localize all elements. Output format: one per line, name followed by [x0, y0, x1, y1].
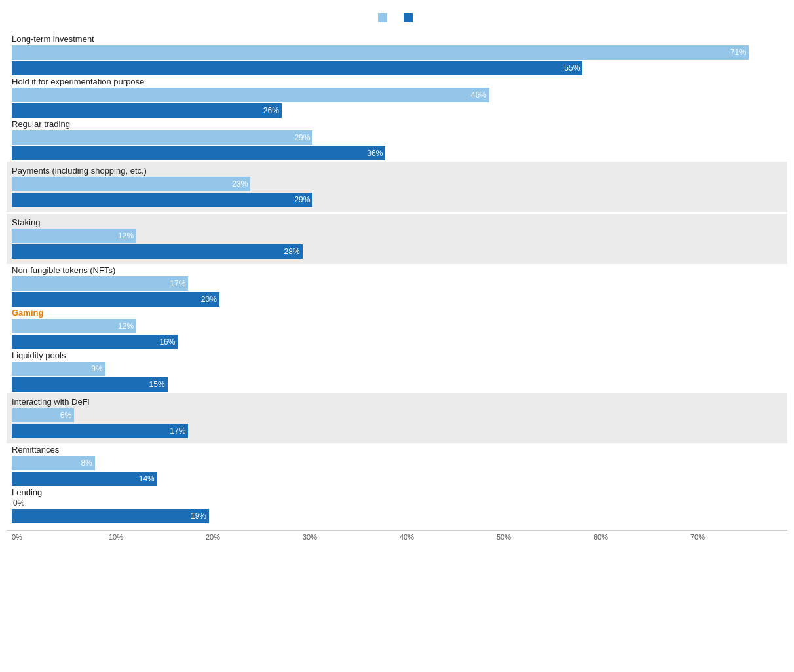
bar-current-2: 36% [12, 146, 385, 160]
category-block-10: Lending0%19% [7, 487, 787, 523]
x-tick-3: 30% [303, 533, 400, 541]
bar-row-current-5: 20% [7, 292, 787, 307]
bar-row-2022-10: 0% [7, 498, 787, 508]
bar-row-current-8: 17% [7, 424, 787, 438]
bar-2022-8: 6% [12, 408, 74, 422]
chart-area: Long-term investment71%55%Hold it for ex… [7, 34, 787, 541]
category-block-5: Non-fungible tokens (NFTs)17%20% [7, 265, 787, 307]
bar-2022-0: 71% [12, 45, 749, 60]
bar-row-current-0: 55% [7, 61, 787, 75]
bar-current-1: 26% [12, 103, 282, 118]
bar-current-4: 28% [12, 244, 303, 259]
bar-2022-1: 46% [12, 88, 489, 102]
category-label-10: Lending [7, 487, 787, 497]
category-block-7: Liquidity pools9%15% [7, 350, 787, 392]
x-tick-2: 20% [206, 533, 303, 541]
bar-row-2022-1: 46% [7, 88, 787, 102]
category-label-2: Regular trading [7, 119, 787, 129]
legend-box-current [404, 13, 413, 22]
category-block-0: Long-term investment71%55% [7, 34, 787, 75]
legend-item-2022 [378, 13, 390, 22]
bar-row-2022-7: 9% [7, 362, 787, 376]
category-label-4: Staking [7, 217, 787, 227]
x-tick-0: 0% [12, 533, 109, 541]
bar-current-0: 55% [12, 61, 582, 75]
x-tick-4: 40% [400, 533, 497, 541]
bar-row-current-1: 26% [7, 103, 787, 118]
chart-legend [7, 13, 787, 22]
bar-row-2022-8: 6% [7, 408, 787, 422]
category-block-8: Interacting with DeFi6%17% [7, 393, 787, 443]
legend-item-current [404, 13, 416, 22]
category-label-1: Hold it for experimentation purpose [7, 77, 787, 86]
bar-current-5: 20% [12, 292, 219, 307]
category-block-9: Remittances8%14% [7, 445, 787, 486]
x-tick-5: 50% [497, 533, 594, 541]
bar-row-2022-5: 17% [7, 276, 787, 291]
category-block-4: Staking12%28% [7, 214, 787, 264]
bar-row-current-9: 14% [7, 472, 787, 486]
bar-row-2022-4: 12% [7, 229, 787, 243]
category-label-7: Liquidity pools [7, 350, 787, 360]
bar-current-6: 16% [12, 335, 178, 349]
category-label-0: Long-term investment [7, 34, 787, 44]
x-tick-6: 60% [594, 533, 690, 541]
bar-row-2022-9: 8% [7, 456, 787, 470]
bar-2022-7: 9% [12, 362, 105, 376]
category-block-1: Hold it for experimentation purpose46%26… [7, 77, 787, 118]
category-label-6: Gaming [7, 308, 787, 318]
category-label-8: Interacting with DeFi [7, 397, 787, 407]
bar-row-current-4: 28% [7, 244, 787, 259]
category-label-3: Payments (including shopping, etc.) [7, 166, 787, 176]
bar-row-current-6: 16% [7, 335, 787, 349]
bar-2022-5: 17% [12, 276, 188, 291]
bar-current-7: 15% [12, 377, 168, 392]
bar-2022-2: 29% [12, 130, 312, 145]
bar-2022-6: 12% [12, 319, 136, 333]
category-label-9: Remittances [7, 445, 787, 455]
category-label-5: Non-fungible tokens (NFTs) [7, 265, 787, 275]
x-tick-1: 10% [109, 533, 206, 541]
bar-row-current-10: 19% [7, 509, 787, 523]
x-tick-7: 70% [690, 533, 787, 541]
bar-row-current-3: 29% [7, 193, 787, 207]
bar-row-current-7: 15% [7, 377, 787, 392]
bar-row-2022-3: 23% [7, 177, 787, 191]
bar-current-9: 14% [12, 472, 157, 486]
bar-row-2022-2: 29% [7, 130, 787, 145]
bar-zero-label-10: 0% [12, 498, 24, 508]
bar-2022-3: 23% [12, 177, 250, 191]
bar-current-8: 17% [12, 424, 188, 438]
bar-row-current-2: 36% [7, 146, 787, 160]
bar-2022-4: 12% [12, 229, 136, 243]
category-block-6: Gaming12%16% [7, 308, 787, 349]
category-block-2: Regular trading29%36% [7, 119, 787, 160]
bar-current-3: 29% [12, 193, 312, 207]
bar-current-10: 19% [12, 509, 209, 523]
x-axis: 0%10%20%30%40%50%60%70% [7, 530, 787, 541]
bar-2022-9: 8% [12, 456, 95, 470]
category-block-3: Payments (including shopping, etc.)23%29… [7, 162, 787, 212]
bar-row-2022-0: 71% [7, 45, 787, 60]
gaming-label: Gaming [12, 308, 43, 318]
bar-row-2022-6: 12% [7, 319, 787, 333]
legend-box-2022 [378, 13, 387, 22]
